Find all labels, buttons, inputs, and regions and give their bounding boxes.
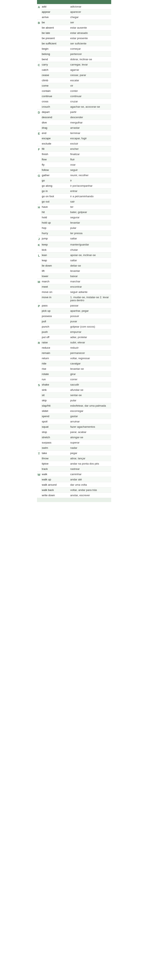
portuguese-translation: reunir, recolher: [69, 173, 111, 178]
section-letter-label: J: [37, 236, 41, 242]
english-word: crouch: [41, 104, 69, 109]
section-letter-label: W: [37, 472, 41, 477]
english-word: skip: [41, 398, 69, 403]
table-row: walk arounddar uma volta: [41, 482, 111, 487]
english-word: end: [41, 130, 69, 135]
section-rows: raisesubir, elevarreducereduzirremainper…: [41, 340, 111, 382]
table-row: throwatirar, lançar: [41, 456, 111, 461]
table-row: fillencher: [41, 146, 111, 152]
portuguese-translation: sentar-se: [69, 393, 111, 398]
english-word: shake: [41, 382, 69, 387]
portuguese-translation: excluir: [69, 141, 111, 146]
portuguese-translation: sacudir: [69, 382, 111, 387]
english-word: be present: [41, 36, 69, 41]
portuguese-translation: descender: [69, 115, 111, 120]
table-row: departpartir: [41, 110, 111, 115]
english-word: go in: [41, 188, 69, 194]
section-rows: shakesacudirsinkafundar-sesitsentar-sesk…: [41, 382, 111, 450]
english-word: appear: [41, 10, 69, 14]
table-row: skippular: [41, 398, 111, 403]
section-a: Aaddadicionarappearaparecerarrivechegar: [37, 4, 111, 20]
table-row: be absentestar ausente: [41, 25, 111, 30]
portuguese-translation: vir: [69, 83, 111, 88]
table-row: spoilarruinar: [41, 419, 111, 424]
portuguese-translation: apanhar, pegar: [69, 308, 111, 313]
table-row: holdsegurar: [41, 215, 111, 220]
portuguese-translation: ter pressa: [69, 231, 111, 236]
english-word: slidet: [41, 409, 69, 414]
table-row: go inentrar: [41, 188, 111, 194]
table-row: continuecontinuar: [41, 94, 111, 99]
section-letter-label: K: [37, 242, 41, 248]
table-row: finishfinalizar: [41, 152, 111, 157]
portuguese-translation: escalar: [69, 78, 111, 83]
portuguese-translation: possuir: [69, 313, 111, 319]
table-row: climbescalar: [41, 78, 111, 83]
english-word: belong: [41, 51, 69, 57]
portuguese-translation: voar: [69, 162, 111, 167]
table-row: comevir: [41, 83, 111, 88]
table-row: hold uplevantar: [41, 220, 111, 225]
english-word: have: [41, 204, 69, 209]
section-rows: leanapoiar-se, inclinar-seleapsaltarlie …: [41, 253, 111, 279]
table-row: put offadiar, protelar: [41, 335, 111, 340]
portuguese-translation: anotar, escrever: [69, 493, 111, 498]
portuguese-translation: conter: [69, 88, 111, 94]
portuguese-translation: levantar: [69, 268, 111, 274]
english-word: come: [41, 83, 69, 88]
english-word: walk: [41, 472, 69, 477]
table-row: meetencontrar: [41, 284, 111, 290]
table-row: containconter: [41, 88, 111, 94]
portuguese-translation: começar: [69, 46, 111, 51]
portuguese-translation: ser suficiente: [69, 41, 111, 46]
section-letter-label: F: [37, 146, 41, 152]
table-row: liftlevantar: [41, 268, 111, 274]
table-row: gatherreunir, recolher: [41, 173, 111, 178]
portuguese-translation: levantar: [69, 220, 111, 225]
table-row: write downanotar, escrever: [41, 493, 111, 498]
english-word: squat: [41, 424, 69, 429]
english-word: jump: [41, 236, 69, 241]
table-row: descenddescender: [41, 115, 111, 120]
header-portuguese: [66, 0, 111, 4]
portuguese-translation: correr: [69, 377, 111, 382]
english-word: go out: [41, 199, 69, 204]
table-row: walkcaminhar: [41, 472, 111, 477]
english-word: bend: [41, 57, 69, 62]
table-row: leapsaltar: [41, 258, 111, 263]
table-row: kickchutar: [41, 247, 111, 252]
english-word: cease: [41, 73, 69, 78]
english-word: contain: [41, 88, 69, 94]
table-row: followseguir: [41, 167, 111, 172]
english-word: arrive: [41, 14, 69, 20]
english-word: run: [41, 377, 69, 382]
table-row: be sufficientser suficiente: [41, 41, 111, 46]
english-word: punch: [41, 324, 69, 329]
table-row: takepegar: [41, 450, 111, 456]
main-container: AaddadicionarappearaparecerarrivechegarB…: [37, 0, 111, 502]
table-row: belongpertencer: [41, 51, 111, 57]
section-r: Rraisesubir, elevarreducereduzirremainpe…: [37, 340, 111, 382]
english-word: leap: [41, 258, 69, 263]
table-row: reducereduzir: [41, 345, 111, 350]
portuguese-translation: gastar: [69, 414, 111, 419]
portuguese-translation: ir por/acompanhar: [69, 183, 111, 188]
english-word: depart: [41, 110, 69, 115]
english-word: slap/hit: [41, 403, 69, 408]
portuguese-translation: passar: [69, 303, 111, 308]
english-word: dive: [41, 120, 69, 125]
english-word: go: [41, 178, 69, 183]
portuguese-translation: ir a pé/caminhando: [69, 194, 111, 199]
section-l: Lleanapoiar-se, inclinar-seleapsaltarlie…: [37, 253, 111, 279]
english-word: spend: [41, 414, 69, 419]
section-letter-label: T: [37, 450, 41, 457]
table-row: lie downdeitar-se: [41, 263, 111, 268]
english-word: ride: [41, 361, 69, 366]
section-d: Ddepartpartirdescenddescenderdivemergulh…: [37, 110, 111, 130]
english-word: rise: [41, 366, 69, 371]
table-row: hitbater, golpear: [41, 210, 111, 215]
table-row: stopparar, acabar: [41, 430, 111, 435]
table-row: crosscruzar: [41, 99, 111, 104]
section-p: Ppasspassarpick upapanhar, pegarpossessp…: [37, 303, 111, 340]
table-row: pick upapanhar, pegar: [41, 308, 111, 313]
